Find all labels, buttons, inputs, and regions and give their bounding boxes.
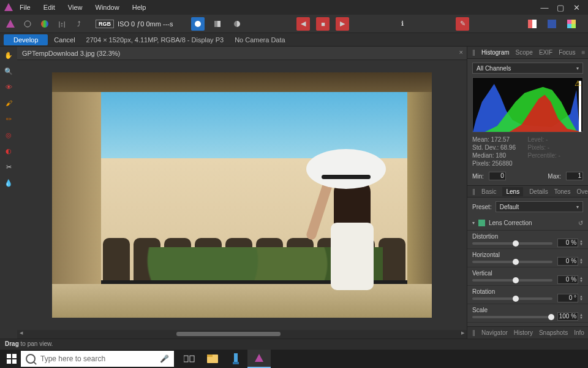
- lens-correction-checkbox[interactable]: [478, 220, 485, 226]
- slider-track[interactable]: [472, 316, 552, 318]
- tab-focus[interactable]: Focus: [559, 49, 575, 56]
- camera-data-text: No Camera Data: [235, 36, 285, 44]
- wand-icon[interactable]: ✎: [456, 17, 469, 31]
- develop-button[interactable]: Develop: [4, 34, 48, 45]
- document-close-icon[interactable]: ×: [459, 48, 463, 56]
- minimize-button[interactable]: —: [537, 3, 552, 12]
- slider-stepper[interactable]: ▲▼: [579, 240, 583, 246]
- app-logo-icon: [4, 2, 13, 12]
- slider-value[interactable]: 100 %: [557, 312, 578, 321]
- titlebar: File Edit View Window Help — ▢ ✕: [0, 0, 588, 15]
- slider-knob[interactable]: [513, 259, 519, 265]
- subtab-lens[interactable]: Lens: [502, 187, 523, 196]
- scrollbar-thumb[interactable]: [176, 332, 281, 336]
- tab-exif[interactable]: EXIF: [539, 49, 552, 56]
- whitebalance-tool-icon[interactable]: 💧: [2, 177, 15, 189]
- min-label: Min:: [472, 173, 484, 180]
- develop-subtabs: ‖ Basic Lens Details Tones Overlays ≡: [467, 185, 588, 197]
- redeye-tool-icon[interactable]: 👁: [2, 81, 15, 93]
- taskview-icon[interactable]: [178, 350, 201, 368]
- subtab-tones[interactable]: Tones: [554, 188, 571, 195]
- tab-scope[interactable]: Scope: [516, 49, 533, 56]
- app-pinned-icon[interactable]: [224, 350, 247, 368]
- tab-histogram[interactable]: Histogram: [481, 49, 510, 56]
- min-input[interactable]: 0: [489, 172, 506, 180]
- explorer-icon[interactable]: [201, 350, 224, 368]
- swatch-2-icon[interactable]: [545, 17, 559, 31]
- slider-stepper[interactable]: ▲▼: [579, 295, 583, 301]
- slider-stepper[interactable]: ▲▼: [579, 313, 583, 320]
- swatch-1-icon[interactable]: [526, 17, 539, 31]
- subtab-basic[interactable]: Basic: [481, 188, 496, 195]
- slider-track[interactable]: [472, 279, 552, 282]
- tab-history[interactable]: History: [514, 329, 533, 336]
- circles-icon[interactable]: [21, 17, 34, 31]
- slider-track[interactable]: [472, 297, 552, 300]
- cancel-button[interactable]: Cancel: [54, 36, 75, 44]
- panel-menu-icon[interactable]: ≡: [581, 49, 585, 56]
- mirror-icon[interactable]: |↕|: [55, 17, 69, 31]
- slider-knob[interactable]: [513, 277, 519, 283]
- nav-stop-icon[interactable]: ■: [316, 17, 330, 31]
- slider-track[interactable]: [472, 261, 552, 263]
- preview-mode-3[interactable]: [230, 17, 244, 31]
- image-info-text: 2704 × 1520px, 4.11MP, RGBA/8 - Display …: [86, 36, 224, 44]
- lens-correction-header[interactable]: ▾ Lens Correction ↺: [467, 216, 588, 231]
- slider-knob[interactable]: [513, 240, 519, 247]
- hand-tool-icon[interactable]: ✋: [2, 49, 15, 61]
- panel-tabs-top: ‖ Histogram Scope EXIF Focus ≡: [467, 47, 588, 59]
- zoom-tool-icon[interactable]: 🔍: [2, 65, 15, 77]
- share-icon[interactable]: ⤴: [72, 17, 86, 31]
- slider-track[interactable]: [472, 242, 552, 245]
- tab-navigator[interactable]: Navigator: [481, 329, 508, 336]
- document-tab[interactable]: GPTempDownload 3.jpg (32.3%) ×: [17, 47, 467, 60]
- slider-knob[interactable]: [513, 296, 519, 302]
- menu-edit[interactable]: Edit: [43, 4, 55, 11]
- lens-correction-label: Lens Correction: [489, 220, 532, 226]
- blemish-tool-icon[interactable]: 🖌: [2, 97, 15, 109]
- clipping-warn-icon[interactable]: ⚠: [575, 79, 581, 88]
- tab-info[interactable]: Info: [574, 329, 584, 336]
- slider-value[interactable]: 0 °: [557, 294, 578, 302]
- maximize-button[interactable]: ▢: [552, 3, 568, 12]
- nav-back-icon[interactable]: ◀: [296, 17, 310, 31]
- slider-stepper[interactable]: ▲▼: [579, 277, 583, 283]
- swatch-3-icon[interactable]: [565, 17, 578, 31]
- slider-value[interactable]: 0 %: [557, 275, 578, 284]
- menu-view[interactable]: View: [68, 4, 83, 11]
- taskbar-search[interactable]: Type here to search 🎤: [21, 351, 174, 367]
- svg-point-2: [24, 21, 31, 27]
- color-wheel-icon[interactable]: [38, 17, 51, 31]
- brush-tool-icon[interactable]: ✏: [2, 113, 15, 125]
- menu-file[interactable]: File: [20, 4, 31, 11]
- max-input[interactable]: 1: [566, 172, 583, 180]
- gradient-tool-icon[interactable]: ◐: [2, 145, 15, 157]
- info-icon[interactable]: ℹ: [396, 17, 409, 31]
- slider-knob[interactable]: [548, 314, 554, 320]
- subtab-overlays[interactable]: Overlays: [576, 188, 588, 195]
- document-title: GPTempDownload 3.jpg (32.3%): [22, 50, 120, 57]
- subtab-details[interactable]: Details: [529, 188, 548, 195]
- slider-value[interactable]: 0 %: [557, 239, 578, 247]
- persona-icon[interactable]: [4, 17, 17, 31]
- slider-stepper[interactable]: ▲▼: [579, 258, 583, 264]
- channels-dropdown[interactable]: All Channels: [472, 63, 583, 74]
- canvas-viewport[interactable]: [17, 60, 467, 330]
- slider-value[interactable]: 0 %: [557, 257, 578, 266]
- tab-snapshots[interactable]: Snapshots: [539, 329, 568, 336]
- preview-mode-1[interactable]: [191, 17, 205, 31]
- affinity-taskbar-icon[interactable]: [247, 350, 271, 368]
- crop-tool-icon[interactable]: ✂: [2, 161, 15, 173]
- preset-dropdown[interactable]: Default: [496, 201, 583, 212]
- nav-fwd-icon[interactable]: ▶: [336, 17, 349, 31]
- start-button[interactable]: [2, 350, 21, 368]
- mic-icon[interactable]: 🎤: [160, 355, 169, 363]
- horizontal-scrollbar[interactable]: ◀ ▶: [17, 330, 467, 339]
- menu-window[interactable]: Window: [96, 4, 119, 11]
- overlay-tool-icon[interactable]: ◎: [2, 129, 15, 141]
- preview-mode-2[interactable]: [211, 17, 224, 31]
- reset-icon[interactable]: ↺: [578, 220, 583, 226]
- menu-help[interactable]: Help: [132, 4, 146, 11]
- close-button[interactable]: ✕: [568, 3, 584, 12]
- left-toolbox: ✋ 🔍 👁 🖌 ✏ ◎ ◐ ✂ 💧: [0, 47, 17, 339]
